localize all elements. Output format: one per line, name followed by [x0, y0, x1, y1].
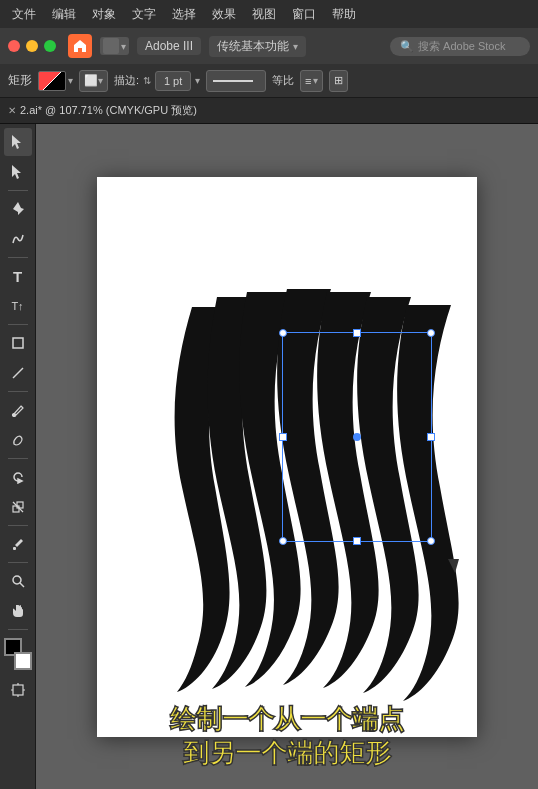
rotate-tool[interactable] [4, 463, 32, 491]
home-button[interactable] [68, 34, 92, 58]
eyedropper-tool[interactable] [4, 530, 32, 558]
shape-mode-icon: ⬜ [84, 74, 98, 87]
search-icon: 🔍 [400, 40, 414, 53]
workspace-preset-label: 传统基本功能 [217, 38, 289, 55]
tab-bar: ✕ 2.ai* @ 107.71% (CMYK/GPU 预览) [0, 98, 538, 124]
align-options[interactable]: ≡ ▾ [300, 70, 323, 92]
menu-bar: 文件 编辑 对象 文字 选择 效果 视图 窗口 帮助 [0, 0, 538, 28]
shape-label: 矩形 [8, 72, 32, 89]
distribute-icon: ⊞ [334, 74, 343, 87]
toolbar-separator-5 [8, 458, 28, 459]
left-toolbar: T T↑ [0, 124, 36, 789]
paintbrush-tool[interactable] [4, 396, 32, 424]
tab-close-icon[interactable]: ✕ [8, 105, 16, 116]
arrow-cursor-icon [448, 559, 459, 573]
svg-marker-1 [12, 165, 21, 179]
align-icon: ≡ [305, 75, 311, 87]
curvature-tool[interactable] [4, 225, 32, 253]
svg-line-11 [20, 583, 24, 587]
stroke-dropdown-icon[interactable]: ▾ [68, 75, 73, 86]
app-name-badge[interactable]: Adobe III [137, 37, 201, 55]
canvas-area: 绘制一个从一个端点 到另一个端的矩形 [36, 124, 538, 789]
svg-point-10 [13, 576, 21, 584]
rectangle-tool[interactable] [4, 329, 32, 357]
menu-effect[interactable]: 效果 [212, 6, 236, 23]
tab-title: 2.ai* @ 107.71% (CMYK/GPU 预览) [20, 103, 197, 118]
toolbar-separator-6 [8, 525, 28, 526]
menu-window[interactable]: 窗口 [292, 6, 316, 23]
touch-type-tool[interactable]: T↑ [4, 292, 32, 320]
shape-mode-selector[interactable]: ⬜ ▾ [79, 70, 108, 92]
selection-tool[interactable] [4, 128, 32, 156]
color-swatches[interactable] [4, 638, 32, 670]
stroke-width-input[interactable] [155, 71, 191, 91]
toolbar-separator-1 [8, 190, 28, 191]
line-solid-icon [213, 80, 253, 82]
align-dropdown-icon: ▾ [313, 75, 318, 86]
workspace-preset-selector[interactable]: 传统基本功能 ▾ [209, 36, 306, 57]
distribute-options[interactable]: ⊞ [329, 70, 348, 92]
stroke-options: 描边: ⇅ ▾ [114, 71, 200, 91]
stroke-label: 描边: [114, 73, 139, 88]
search-box[interactable]: 🔍 搜索 Adobe Stock [390, 37, 530, 56]
toolbar-separator-7 [8, 562, 28, 563]
menu-type[interactable]: 文字 [132, 6, 156, 23]
type-tool[interactable]: T [4, 262, 32, 290]
proportion-label: 等比 [272, 73, 294, 88]
main-area: T T↑ [0, 124, 538, 789]
svg-point-4 [12, 414, 15, 417]
menu-select[interactable]: 选择 [172, 6, 196, 23]
zoom-tool[interactable] [4, 567, 32, 595]
minimize-button[interactable] [26, 40, 38, 52]
background-swatch[interactable] [14, 652, 32, 670]
menu-view[interactable]: 视图 [252, 6, 276, 23]
search-placeholder: 搜索 Adobe Stock [418, 39, 505, 54]
app-name-label: Adobe III [145, 39, 193, 53]
line-tool[interactable] [4, 359, 32, 387]
shape-mode-chevron: ▾ [98, 75, 103, 86]
svg-line-3 [13, 368, 23, 378]
menu-file[interactable]: 文件 [12, 6, 36, 23]
annotation-line-1: 绘制一个从一个端点 [117, 703, 457, 737]
artboard-tool[interactable] [4, 676, 32, 704]
maximize-button[interactable] [44, 40, 56, 52]
menu-object[interactable]: 对象 [92, 6, 116, 23]
menu-help[interactable]: 帮助 [332, 6, 356, 23]
tool-options-bar: 矩形 ▾ ⬜ ▾ 描边: ⇅ ▾ 等比 ≡ ▾ ⊞ [0, 64, 538, 98]
close-button[interactable] [8, 40, 20, 52]
blob-brush-tool[interactable] [4, 426, 32, 454]
direct-selection-tool[interactable] [4, 158, 32, 186]
svg-marker-5 [18, 479, 22, 483]
toolbar-separator-4 [8, 391, 28, 392]
hand-tool[interactable] [4, 597, 32, 625]
svg-line-8 [13, 502, 23, 512]
stroke-color-picker[interactable]: ▾ [38, 71, 73, 91]
toolbar-separator-8 [8, 629, 28, 630]
svg-rect-9 [13, 547, 16, 550]
annotation-text: 绘制一个从一个端点 到另一个端的矩形 [117, 703, 457, 771]
chevron-down-icon: ▾ [293, 41, 298, 52]
stroke-swatch[interactable] [38, 71, 66, 91]
svg-marker-0 [12, 135, 21, 149]
svg-rect-12 [13, 685, 23, 695]
svg-rect-2 [13, 338, 23, 348]
artboard [97, 177, 477, 737]
toolbar-separator-3 [8, 324, 28, 325]
traffic-lights [8, 40, 56, 52]
artwork-svg [97, 177, 477, 737]
annotation-line-2: 到另一个端的矩形 [117, 737, 457, 771]
title-bar: ▾ Adobe III 传统基本功能 ▾ 🔍 搜索 Adobe Stock [0, 28, 538, 64]
stroke-arrows-icon[interactable]: ⇅ [143, 75, 151, 86]
scale-tool[interactable] [4, 493, 32, 521]
toolbar-separator-2 [8, 257, 28, 258]
menu-edit[interactable]: 编辑 [52, 6, 76, 23]
stroke-dropdown2-icon[interactable]: ▾ [195, 75, 200, 86]
line-style-selector[interactable] [206, 70, 266, 92]
pen-tool[interactable] [4, 195, 32, 223]
